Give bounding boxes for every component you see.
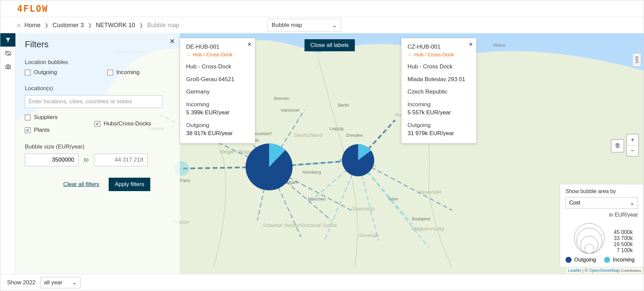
- filter-locations-label: Location(s): [25, 85, 170, 92]
- popup-out-value: 38 917k EUR/year: [186, 129, 249, 137]
- view-type-value: Bubble map: [272, 22, 302, 28]
- chevron-right-icon: ❯: [139, 22, 143, 28]
- clear-filters-link[interactable]: Clear all filters: [63, 181, 99, 188]
- home-icon[interactable]: ⌂: [17, 22, 20, 28]
- popup-id: CZ-HUB-001: [408, 43, 470, 51]
- footer-bar: Show 2022 all year ⌄: [0, 274, 644, 291]
- popup-de-hub: ✕ DE-HUB-001 ⛬Hub / Cross-Dock Hub - Cro…: [180, 38, 255, 143]
- popup-out-label: Outgoing: [186, 121, 249, 129]
- popup-city: Mlada Boleslav 293 01: [408, 75, 470, 83]
- checkbox-outgoing[interactable]: Outgoing: [25, 69, 57, 76]
- bubble-size-min-input[interactable]: [25, 154, 78, 166]
- filter-title: Filters: [25, 39, 170, 50]
- popup-cz-hub: ✕ CZ-HUB-001 ⛬Hub / Cross-Dock Hub - Cro…: [401, 38, 477, 143]
- popup-desc: Hub - Cross Dock: [186, 63, 249, 71]
- checkbox-suppliers[interactable]: Suppliers: [25, 114, 58, 121]
- svg-point-0: [7, 66, 9, 68]
- zoom-out-button[interactable]: −: [627, 145, 638, 156]
- filter-size-label: Bubble size (EUR/year): [25, 143, 170, 150]
- filter-icon: [5, 37, 11, 43]
- legend-size-4: 7 100k: [614, 247, 633, 253]
- legend-incoming: Incoming: [613, 257, 635, 263]
- filter-panel: ✕ Filters Location bubbles Outgoing Inco…: [15, 33, 180, 274]
- legend-dot-outgoing: [566, 257, 572, 263]
- eye-off-icon: [5, 50, 11, 57]
- bubble-size-max-input[interactable]: [94, 154, 148, 166]
- svg-point-52: [585, 244, 594, 253]
- hub-icon: ⛬: [186, 51, 191, 58]
- popup-country: Czech Republic: [408, 88, 470, 96]
- breadcrumb-network[interactable]: NETWORK 10: [96, 22, 135, 29]
- filter-rail-button[interactable]: [0, 33, 15, 47]
- camera-icon: [5, 63, 11, 70]
- logo: 4FLOW: [17, 4, 48, 14]
- popup-in-value: 5 399k EUR/year: [186, 109, 249, 117]
- checkbox-incoming[interactable]: Incoming: [107, 69, 140, 76]
- close-all-labels-button[interactable]: Close all labels: [304, 39, 355, 51]
- chevron-down-icon: ⌄: [72, 279, 77, 286]
- popup-desc: Hub - Cross Dock: [408, 63, 470, 71]
- legend-metric-select[interactable]: Cost ⌄: [566, 197, 638, 209]
- view-type-select[interactable]: Bubble map ⌄: [267, 19, 341, 32]
- close-icon[interactable]: ✕: [169, 37, 175, 45]
- bubble-cz-hub[interactable]: [342, 144, 374, 176]
- popup-in-label: Incoming: [408, 101, 470, 109]
- legend-dot-incoming: [604, 257, 610, 263]
- legend-size-3: 16 500k: [614, 241, 633, 247]
- close-icon[interactable]: ✕: [469, 41, 473, 48]
- kpi-tab[interactable]: KPI: [633, 53, 641, 66]
- locations-input[interactable]: [25, 95, 162, 108]
- leaflet-link[interactable]: Leaflet: [568, 268, 581, 273]
- legend-size-1: 45 000k: [614, 229, 633, 235]
- legend-title: Show bubble area by: [566, 188, 638, 194]
- breadcrumb-bar: ⌂ Home ❯ Customer 3 ❯ NETWORK 10 ❯ Bubbl…: [0, 17, 644, 33]
- popup-in-value: 5 557k EUR/year: [408, 109, 470, 117]
- popup-city: Groß-Gerau 64521: [186, 75, 249, 83]
- legend-metric-value: Cost: [569, 200, 580, 206]
- popup-type: Hub / Cross-Dock: [414, 51, 454, 58]
- breadcrumb-current: Bubble map: [147, 22, 179, 29]
- legend-size-circles: [571, 220, 608, 253]
- chevron-down-icon: ⌄: [630, 200, 634, 206]
- legend-unit: in EUR/year: [566, 212, 638, 218]
- app-header: 4FLOW: [0, 0, 644, 17]
- popup-country: Germany: [186, 88, 249, 96]
- breadcrumb-customer[interactable]: Customer 3: [53, 22, 84, 29]
- checkbox-hubs[interactable]: Hubs/Cross-Docks: [95, 114, 151, 133]
- chevron-down-icon: ⌄: [332, 22, 337, 29]
- visibility-rail-button[interactable]: [0, 47, 15, 60]
- breadcrumb-home[interactable]: Home: [24, 22, 41, 29]
- popup-out-label: Outgoing: [408, 121, 470, 129]
- zoom-control: + −: [626, 134, 639, 157]
- layers-icon: [614, 142, 621, 150]
- legend-size-2: 33 700k: [614, 235, 633, 241]
- hub-icon: ⛬: [408, 51, 412, 58]
- to-label: to: [84, 157, 89, 163]
- filter-bubbles-label: Location bubbles: [25, 59, 170, 66]
- screenshot-rail-button[interactable]: [0, 60, 15, 73]
- osm-link[interactable]: OpenStreetMap: [589, 268, 620, 273]
- popup-id: DE-HUB-001: [186, 43, 249, 51]
- zoom-in-button[interactable]: +: [627, 134, 638, 145]
- period-select[interactable]: all year ⌄: [40, 277, 80, 288]
- apply-filters-button[interactable]: Apply filters: [109, 178, 150, 191]
- legend-outgoing: Outgoing: [574, 257, 596, 263]
- left-rail: [0, 33, 15, 274]
- svg-point-50: [577, 228, 602, 253]
- popup-type: Hub / Cross-Dock: [193, 51, 232, 58]
- map-attribution: Leaflet | © OpenStreetMap Contributors: [567, 268, 642, 273]
- period-value: all year: [44, 279, 62, 286]
- popup-out-value: 31 979k EUR/year: [408, 129, 470, 137]
- layers-button[interactable]: [611, 139, 624, 153]
- bubble-de-hub[interactable]: [246, 143, 292, 190]
- chevron-right-icon: ❯: [45, 22, 49, 28]
- svg-point-51: [581, 236, 598, 253]
- footer-show-label: Show 2022: [7, 279, 36, 286]
- checkbox-plants[interactable]: Plants: [25, 127, 58, 133]
- chevron-right-icon: ❯: [88, 22, 92, 28]
- legend-panel: Show bubble area by Cost ⌄ in EUR/year 4…: [560, 184, 644, 267]
- close-icon[interactable]: ✕: [247, 41, 252, 48]
- popup-in-label: Incoming: [186, 101, 249, 109]
